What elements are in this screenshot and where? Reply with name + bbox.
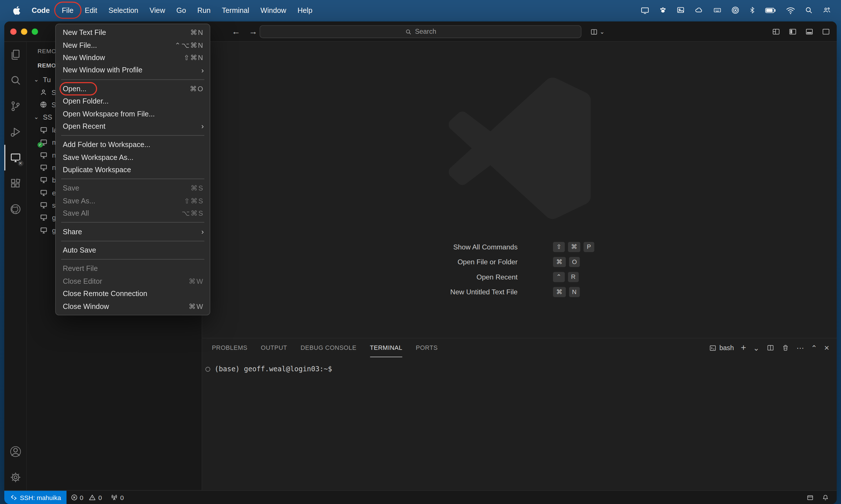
split-editor-icon[interactable] bbox=[590, 28, 598, 36]
menu-item-share[interactable]: Share › bbox=[56, 226, 210, 238]
menu-item-open[interactable]: Open... ⌘O bbox=[56, 83, 210, 95]
menu-item-close-window[interactable]: Close Window ⌘W bbox=[56, 300, 210, 313]
vm-icon bbox=[40, 176, 48, 184]
paw-icon[interactable] bbox=[654, 6, 672, 15]
more-actions-button[interactable]: ⋯ bbox=[797, 344, 804, 352]
menu-item-go[interactable]: Go bbox=[171, 0, 192, 20]
bell-icon[interactable] bbox=[822, 494, 829, 501]
activity-extensions[interactable] bbox=[4, 170, 26, 196]
menu-separator bbox=[61, 135, 204, 136]
terminal-picker-chevron-icon[interactable]: ⌄ bbox=[753, 344, 759, 352]
wifi-icon[interactable] bbox=[781, 6, 800, 14]
activity-remote-explorer[interactable]: ✕ bbox=[4, 145, 26, 170]
activity-search[interactable] bbox=[4, 68, 26, 93]
menu-item-run[interactable]: Run bbox=[192, 0, 216, 20]
shortcut-row: Open File or Folder ⌘ O bbox=[202, 256, 837, 267]
activity-explorer[interactable] bbox=[4, 42, 26, 68]
menu-separator bbox=[61, 259, 204, 260]
submenu-chevron-icon: › bbox=[201, 66, 204, 74]
cloud-icon[interactable] bbox=[689, 6, 708, 15]
menu-item-open-recent[interactable]: Open Recent › bbox=[56, 120, 210, 133]
vscode-logo-watermark bbox=[449, 77, 591, 219]
menu-item-open-folder[interactable]: Open Folder... bbox=[56, 95, 210, 108]
connected-check-icon: ✓ bbox=[37, 142, 43, 148]
bluetooth-icon[interactable] bbox=[744, 6, 760, 15]
terminal-shell-picker[interactable]: bash bbox=[709, 344, 734, 352]
menu-item-help[interactable]: Help bbox=[292, 0, 318, 20]
keyboard-icon[interactable] bbox=[708, 6, 726, 15]
menu-item-duplicate-workspace[interactable]: Duplicate Workspace bbox=[56, 164, 210, 176]
person-icon bbox=[40, 89, 47, 96]
menu-item-close-remote-connection[interactable]: Close Remote Connection bbox=[56, 287, 210, 300]
vm-icon bbox=[40, 151, 48, 159]
menu-item-new-window-with-profile[interactable]: New Window with Profile › bbox=[56, 64, 210, 76]
new-terminal-button[interactable]: + bbox=[741, 342, 746, 353]
keycap: N bbox=[569, 287, 579, 297]
menu-item-save-as: Save As... ⇧⌘S bbox=[56, 195, 210, 207]
keycap: ⌘ bbox=[553, 256, 566, 267]
app-menu-code[interactable]: Code bbox=[25, 6, 56, 14]
close-panel-button[interactable]: × bbox=[824, 343, 829, 353]
airdrop-icon[interactable] bbox=[726, 6, 744, 15]
terminal-content[interactable]: (base) geoff.weal@login03:~$ bbox=[202, 357, 837, 490]
tab-debug-console[interactable]: DEBUG CONSOLE bbox=[301, 338, 356, 357]
menu-item-terminal[interactable]: Terminal bbox=[216, 0, 255, 20]
close-window-button[interactable] bbox=[10, 28, 17, 35]
menu-separator bbox=[61, 222, 204, 223]
menu-item-open-workspace-from-file[interactable]: Open Workspace from File... bbox=[56, 108, 210, 120]
apple-icon[interactable] bbox=[7, 6, 25, 15]
menu-item-save-workspace-as[interactable]: Save Workspace As... bbox=[56, 151, 210, 164]
photos-icon[interactable] bbox=[672, 6, 690, 15]
tab-problems[interactable]: PROBLEMS bbox=[212, 338, 247, 357]
back-button[interactable]: ← bbox=[232, 27, 240, 37]
activity-github[interactable] bbox=[4, 196, 26, 222]
tab-ports[interactable]: PORTS bbox=[416, 338, 438, 357]
problems-button[interactable]: 0 0 bbox=[66, 494, 106, 501]
tab-terminal[interactable]: TERMINAL bbox=[370, 338, 402, 357]
activity-run-debug[interactable] bbox=[4, 119, 26, 145]
remote-host-button[interactable]: SSH: mahuika bbox=[4, 491, 66, 504]
file-menu-dropdown: New Text File ⌘N New File... ⌃⌥⌘N New Wi… bbox=[55, 24, 210, 316]
toggle-primary-sidebar-icon[interactable] bbox=[788, 28, 797, 36]
split-terminal-button[interactable] bbox=[766, 344, 774, 352]
chevron-down-icon[interactable]: ⌄ bbox=[600, 28, 605, 35]
minimize-window-button[interactable] bbox=[21, 28, 28, 35]
bottom-panel: PROBLEMS OUTPUT DEBUG CONSOLE TERMINAL P… bbox=[202, 338, 837, 490]
activity-settings[interactable] bbox=[4, 465, 26, 490]
menu-item-file-label: File bbox=[62, 6, 73, 14]
customize-layout-icon[interactable] bbox=[772, 28, 780, 36]
forward-button[interactable]: → bbox=[249, 27, 257, 37]
toggle-secondary-sidebar-icon[interactable] bbox=[822, 28, 830, 36]
error-icon bbox=[71, 494, 77, 501]
zoom-window-button[interactable] bbox=[32, 28, 38, 35]
menu-separator bbox=[61, 179, 204, 179]
command-center-search[interactable]: Search bbox=[260, 25, 581, 38]
shortcut-row: Open Recent ⌃ R bbox=[202, 271, 837, 282]
menu-item-new-file[interactable]: New File... ⌃⌥⌘N bbox=[56, 39, 210, 52]
spotlight-icon[interactable] bbox=[800, 6, 818, 15]
menu-item-edit[interactable]: Edit bbox=[79, 0, 103, 20]
activity-source-control[interactable] bbox=[4, 93, 26, 119]
menu-item-new-text-file[interactable]: New Text File ⌘N bbox=[56, 26, 210, 39]
menu-item-auto-save[interactable]: Auto Save bbox=[56, 244, 210, 256]
menu-item-file[interactable]: File bbox=[56, 0, 79, 20]
status-bar: SSH: mahuika 0 0 0 bbox=[4, 490, 837, 504]
display-icon[interactable] bbox=[636, 6, 654, 15]
menu-item-view[interactable]: View bbox=[144, 0, 171, 20]
control-center-icon[interactable] bbox=[818, 6, 836, 15]
forwarded-ports-button[interactable]: 0 bbox=[106, 494, 128, 501]
menu-item-new-window[interactable]: New Window ⇧⌘N bbox=[56, 52, 210, 64]
tab-output[interactable]: OUTPUT bbox=[261, 338, 287, 357]
battery-icon[interactable] bbox=[760, 6, 781, 14]
toggle-panel-icon[interactable] bbox=[805, 28, 813, 36]
menu-item-window[interactable]: Window bbox=[255, 0, 292, 20]
activity-accounts[interactable] bbox=[4, 439, 26, 465]
keycap: ⌘ bbox=[568, 242, 580, 252]
maximize-panel-button[interactable]: ⌃ bbox=[811, 344, 817, 352]
search-placeholder: Search bbox=[415, 28, 436, 35]
kill-terminal-button[interactable] bbox=[782, 344, 789, 352]
menu-item-add-folder-to-workspace[interactable]: Add Folder to Workspace... bbox=[56, 139, 210, 151]
menu-item-selection[interactable]: Selection bbox=[103, 0, 144, 20]
statusbar-window-icon[interactable] bbox=[806, 494, 814, 501]
keycap: P bbox=[584, 242, 594, 252]
